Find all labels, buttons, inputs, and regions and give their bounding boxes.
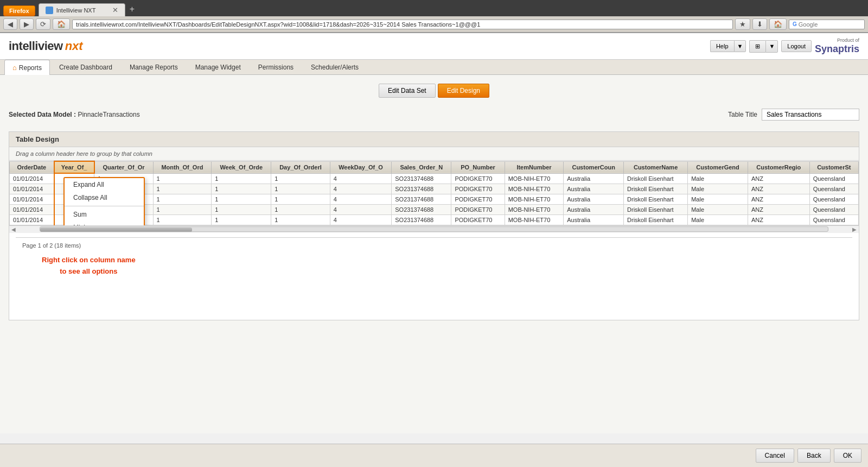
table-cell: Male (688, 173, 748, 184)
context-menu-divider (65, 206, 144, 206)
main-content: Edit Data Set Edit Design Selected Data … (0, 75, 868, 433)
table-cell: Australia (564, 204, 624, 214)
edit-data-set-button[interactable]: Edit Data Set (379, 84, 436, 98)
table-cell: 1 (212, 184, 271, 194)
table-cell: 1 (212, 173, 271, 184)
horizontal-scrollbar[interactable] (40, 226, 828, 232)
column-header-customerregio[interactable]: CustomerRegio (748, 161, 809, 173)
table-cell: PODIGKET70 (451, 184, 505, 194)
tab-manage-reports[interactable]: Manage Reports (122, 60, 186, 74)
column-header-customercoun[interactable]: CustomerCoun (564, 161, 624, 173)
table-title-area: Table Title (728, 109, 859, 121)
table-cell: 4 (330, 204, 392, 214)
context-menu: Expand AllCollapse AllSumMinimumMaximumA… (63, 177, 145, 225)
context-menu-item-expand-all[interactable]: Expand All (65, 178, 144, 191)
help-dropdown-button[interactable]: ▼ (734, 40, 746, 52)
table-cell: ANZ (748, 204, 809, 214)
design-toolbar: Edit Data Set Edit Design (9, 84, 859, 98)
table-cell: PODIGKET70 (451, 204, 505, 214)
bookmark-button[interactable]: ★ (735, 18, 750, 30)
table-cell: MOB-NIH-ET70 (505, 194, 564, 204)
home-icon: ⌂ (12, 64, 17, 72)
home-button[interactable]: 🏠 (769, 18, 787, 30)
table-cell: SO231374688 (392, 173, 451, 184)
column-header-itemnumber[interactable]: ItemNumber (505, 161, 564, 173)
grid-dropdown-button[interactable]: ▼ (765, 40, 778, 53)
logo-nxt: nxt (65, 39, 83, 53)
download-button[interactable]: ⬇ (752, 18, 767, 30)
table-cell: PODIGKET70 (451, 173, 505, 184)
column-header-customername[interactable]: CustomerName (624, 161, 688, 173)
column-header-orderdate[interactable]: OrderDate (10, 161, 54, 173)
page-info: Page 1 of 2 (18 items) (16, 237, 852, 253)
table-cell: 01/01/2014 (10, 214, 54, 225)
app-header: intelliview nxt Help ▼ ⊞ ▼ Logout Produc… (0, 33, 868, 60)
context-menu-item-minimum[interactable]: Minimum (65, 221, 144, 225)
table-cell: 01/01/2014 (10, 204, 54, 214)
table-cell: MOB-NIH-ET70 (505, 173, 564, 184)
forward-button[interactable]: ▶ (20, 18, 34, 30)
column-header-week-of-orde[interactable]: Week_Of_Orde (212, 161, 271, 173)
home-nav-button[interactable]: 🏠 (53, 18, 70, 30)
table-cell: Male (688, 184, 748, 194)
table-header-row: OrderDateYear_Of_Quarter_Of_OrMonth_Of_O… (10, 161, 859, 173)
context-menu-item-collapse-all[interactable]: Collapse All (65, 191, 144, 204)
table-cell: 1 (271, 214, 330, 225)
table-cell: Queensland (809, 173, 858, 184)
column-header-po-number[interactable]: PO_Number (451, 161, 505, 173)
table-cell: Driskoll Eisenhart (624, 173, 688, 184)
firefox-menu-button[interactable]: Firefox (3, 5, 35, 16)
logout-button[interactable]: Logout (781, 40, 812, 52)
tab-permissions[interactable]: Permissions (250, 60, 302, 74)
table-title-input[interactable] (762, 109, 859, 121)
scroll-area: ◀ ▶ (9, 225, 859, 233)
table-cell: ANZ (748, 194, 809, 204)
help-button[interactable]: Help (710, 40, 734, 52)
reload-button[interactable]: ⟳ (36, 18, 50, 30)
table-cell: ANZ (748, 173, 809, 184)
tab-manage-widget[interactable]: Manage Widget (187, 60, 249, 74)
column-header-sales-order-n[interactable]: Sales_Order_N (392, 161, 451, 173)
table-cell: Male (688, 194, 748, 204)
table-cell: 4 (330, 184, 392, 194)
table-cell: Driskoll Eisenhart (624, 194, 688, 204)
table-cell: PODIGKET70 (451, 194, 505, 204)
grid-button[interactable]: ⊞ (749, 40, 765, 53)
column-header-day-of-orderi[interactable]: Day_Of_OrderI (271, 161, 330, 173)
scroll-thumb[interactable] (40, 228, 192, 232)
table-cell: Driskoll Eisenhart (624, 204, 688, 214)
table-cell: Male (688, 214, 748, 225)
table-cell: 1 (212, 204, 271, 214)
column-header-weekday-of-o[interactable]: WeekDay_Of_O (330, 161, 392, 173)
column-header-customergend[interactable]: CustomerGend (688, 161, 748, 173)
table-cell: MOB-NIH-ET70 (505, 204, 564, 214)
nav-tabs: ⌂ Reports Create Dashboard Manage Report… (0, 60, 868, 75)
browser-tab[interactable]: Intelliview NXT ✕ (39, 3, 125, 16)
selected-data-model-label: Selected Data Model : (9, 111, 76, 118)
annotation-area: Right click on column name to see all op… (42, 255, 136, 277)
table-cell: 1 (271, 204, 330, 214)
tab-reports[interactable]: ⌂ Reports (4, 60, 50, 75)
new-tab-button[interactable]: + (125, 2, 139, 16)
tab-close-icon[interactable]: ✕ (112, 6, 118, 14)
table-cell: Queensland (809, 194, 858, 204)
table-cell: SO231374688 (392, 184, 451, 194)
column-header-customerst[interactable]: CustomerSt (809, 161, 858, 173)
edit-design-button[interactable]: Edit Design (438, 84, 489, 98)
address-bar[interactable] (72, 20, 733, 29)
back-button[interactable]: ◀ (3, 18, 17, 30)
column-header-quarter-of-or[interactable]: Quarter_Of_Or (94, 161, 153, 173)
synaptris-prefix: Product of (815, 37, 859, 43)
tab-scheduler-alerts[interactable]: Scheduler/Alerts (303, 60, 367, 74)
context-menu-item-sum[interactable]: Sum (65, 208, 144, 221)
table-cell: ANZ (748, 214, 809, 225)
drag-hint: Drag a column header here to group by th… (9, 147, 859, 161)
column-header-month-of-ord[interactable]: Month_Of_Ord (153, 161, 212, 173)
tab-create-dashboard[interactable]: Create Dashboard (51, 60, 120, 74)
table-cell: PODIGKET70 (451, 214, 505, 225)
search-input[interactable] (799, 21, 853, 28)
table-design-section: Table Design Drag a column header here t… (9, 131, 859, 320)
column-header-year-of-[interactable]: Year_Of_ (54, 161, 94, 173)
table-cell: 1 (153, 194, 212, 204)
table-cell: 1 (153, 184, 212, 194)
